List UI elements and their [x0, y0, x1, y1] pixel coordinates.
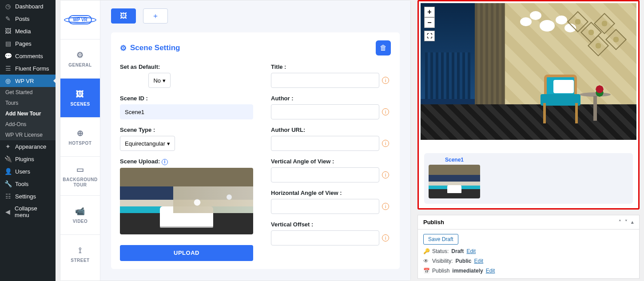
haov-input[interactable]	[271, 199, 379, 214]
title-input[interactable]	[271, 73, 379, 88]
sidebar-item-posts[interactable]: ✎Posts	[0, 12, 56, 25]
sliders-icon: ☷	[4, 193, 12, 200]
caret-up-icon[interactable]: ▴	[631, 219, 634, 225]
sidebar-sub-addnewtour[interactable]: Add New Tour	[0, 108, 56, 119]
scene-upload-preview[interactable]	[120, 168, 253, 234]
set-default-select[interactable]: No ▾	[148, 73, 170, 88]
zoom-in-button[interactable]: +	[424, 7, 435, 17]
author-label: Author :	[271, 95, 379, 102]
tab-hotspot[interactable]: ⊕HOTSPOT	[60, 118, 100, 157]
sidebar-item-label: Comments	[15, 53, 43, 59]
sidebar-sub-tours[interactable]: Tours	[0, 98, 56, 108]
schedule-label: Publish	[432, 268, 449, 274]
panorama-viewer[interactable]: + − ⛶	[421, 3, 636, 140]
tab-label: SCENES	[70, 102, 90, 107]
edit-visibility-link[interactable]: Edit	[474, 258, 483, 264]
select-value: No	[153, 77, 161, 84]
scene-thumbnail[interactable]	[429, 165, 480, 198]
sidebar-item-pages[interactable]: ▤Pages	[0, 37, 56, 50]
status-label: Status:	[432, 248, 449, 254]
page-icon: ▤	[4, 40, 12, 47]
sidebar-item-plugins[interactable]: 🔌Plugins	[0, 153, 56, 165]
sidebar-item-collapse[interactable]: ◀Collapse menu	[0, 202, 56, 221]
gear-icon: ⚙	[76, 50, 84, 60]
chevron-up-icon[interactable]: ˄	[619, 219, 621, 225]
schedule-row: 📅 Publish immediately Edit	[423, 268, 634, 274]
sidebar-item-wpvr[interactable]: ◎WP VR	[0, 75, 56, 87]
sidebar-item-settings[interactable]: ☷Settings	[0, 190, 56, 202]
image-icon: 🖼	[76, 90, 84, 99]
tab-label: GENERAL	[68, 63, 91, 67]
edit-schedule-link[interactable]: Edit	[486, 268, 495, 274]
sidebar-sub-getstarted[interactable]: Get Started	[0, 87, 56, 98]
scene-type-select[interactable]: Equirectangular ▾	[120, 136, 175, 151]
info-icon[interactable]: i	[382, 77, 389, 84]
tab-label: HOTSPOT	[69, 141, 92, 146]
author-url-label: Author URL:	[271, 127, 379, 133]
visibility-label: Visibility:	[432, 258, 453, 264]
sidebar-item-label: Tools	[15, 181, 28, 187]
fullscreen-button[interactable]: ⛶	[424, 31, 435, 41]
sidebar-item-label: WP VR	[15, 78, 34, 84]
title-label: Title :	[271, 63, 379, 70]
publish-metabox: Publish ˄ ˅ ▴ Save Draft 🔑 Status: Draft…	[417, 215, 640, 279]
wrench-icon: 🔧	[4, 180, 12, 187]
tab-scenes[interactable]: 🖼SCENES	[60, 79, 100, 118]
vaov-input[interactable]	[271, 167, 379, 182]
sidebar-sub-license[interactable]: WP VR License	[0, 130, 56, 140]
info-icon[interactable]: i	[382, 203, 389, 210]
editor-tool-tabs: WP VR ⚙GENERAL 🖼SCENES ⊕HOTSPOT ▭BACKGRO…	[60, 0, 100, 281]
wpvr-logo: WP VR	[60, 0, 100, 40]
video-icon: 📹	[75, 206, 85, 216]
scene-mode-image-button[interactable]: 🖼	[111, 8, 136, 24]
info-icon[interactable]: i	[382, 234, 389, 241]
scene-thumb-label: Scene1	[429, 157, 480, 163]
sidebar-item-dashboard[interactable]: ◷Dashboard	[0, 0, 56, 12]
sidebar-item-fluentforms[interactable]: ☰Fluent Forms	[0, 62, 56, 75]
tab-video[interactable]: 📹VIDEO	[60, 196, 100, 235]
author-url-input[interactable]	[271, 136, 379, 151]
author-input[interactable]	[271, 104, 379, 119]
haov-label: Horizontal Angle of View :	[271, 190, 379, 196]
info-icon[interactable]: i	[382, 108, 389, 115]
sidebar-item-comments[interactable]: 💬Comments	[0, 50, 56, 62]
scene-mode-add-button[interactable]: ＋	[143, 8, 168, 24]
sidebar-item-tools[interactable]: 🔧Tools	[0, 178, 56, 190]
delete-scene-button[interactable]: 🗑	[376, 40, 391, 55]
plug-icon: 🔌	[4, 155, 12, 162]
tab-general[interactable]: ⚙GENERAL	[60, 40, 100, 79]
zoom-out-button[interactable]: −	[424, 17, 435, 28]
edit-status-link[interactable]: Edit	[466, 248, 476, 254]
tab-label: BACKGROUND TOUR	[60, 177, 100, 188]
scene-id-input[interactable]	[120, 104, 253, 119]
tab-background-tour[interactable]: ▭BACKGROUND TOUR	[60, 157, 100, 196]
street-icon: ⟟	[79, 246, 82, 255]
sidebar-item-label: Users	[15, 168, 30, 175]
info-icon[interactable]: i	[162, 159, 168, 165]
voffset-input[interactable]	[271, 230, 379, 245]
sidebar-item-label: Appearance	[15, 143, 46, 150]
info-icon[interactable]: i	[382, 140, 389, 147]
pin-icon: ✎	[4, 15, 12, 22]
visibility-value: Public	[455, 258, 471, 264]
save-draft-button[interactable]: Save Draft	[423, 234, 458, 245]
info-icon[interactable]: i	[382, 171, 389, 178]
sidebar-item-label: Pages	[15, 40, 32, 47]
sidebar-sub-addons[interactable]: Add-Ons	[0, 119, 56, 130]
sidebar-item-label: Dashboard	[15, 3, 44, 10]
set-default-label: Set as Default:	[120, 63, 253, 70]
tab-street[interactable]: ⟟STREET	[60, 235, 100, 274]
editor-body: 🖼 ＋ ⚙Scene Setting 🗑 Set as Default:	[100, 0, 410, 281]
sidebar-item-label: Posts	[15, 16, 30, 22]
sidebar-item-users[interactable]: 👤Users	[0, 165, 56, 178]
publish-heading: Publish	[423, 219, 444, 226]
calendar-icon: 📅	[423, 268, 429, 274]
gear-icon: ⚙	[120, 44, 127, 53]
sidebar-item-media[interactable]: 🖼Media	[0, 25, 56, 37]
chevron-down-icon[interactable]: ˅	[625, 219, 628, 225]
key-icon: 🔑	[423, 248, 429, 254]
upload-button[interactable]: UPLOAD	[120, 245, 253, 261]
main-content: WP VR ⚙GENERAL 🖼SCENES ⊕HOTSPOT ▭BACKGRO…	[56, 0, 644, 281]
select-value: Equirectangular	[125, 140, 165, 147]
sidebar-item-appearance[interactable]: ✦Appearance	[0, 140, 56, 153]
